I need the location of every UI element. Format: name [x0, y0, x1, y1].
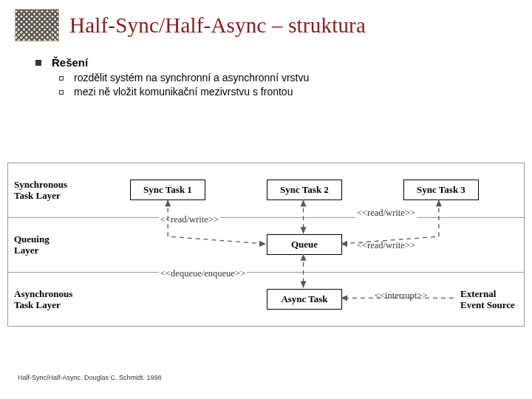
external-label-line1: External — [460, 289, 496, 299]
sync-layer-label: SynchronousTask Layer — [14, 180, 67, 202]
annot-read-write-2: <<read/write>> — [355, 208, 417, 219]
bullet-item: mezi ně vložit komunikační mezivrstvu s … — [74, 86, 293, 98]
bullet-item: rozdělit systém na synchronní a asynchro… — [74, 72, 309, 83]
bullet-level2: mezi ně vložit komunikační mezivrstvu s … — [59, 86, 517, 98]
hollow-square-icon — [59, 76, 64, 81]
slide-body: Řešení rozdělit systém na synchronní a a… — [35, 56, 517, 98]
sync-task-2-box: Sync Task 2 — [267, 180, 342, 200]
logo-icon — [15, 9, 59, 41]
sync-task-1-box: Sync Task 1 — [130, 180, 205, 200]
architecture-diagram: SynchronousTask Layer QueuingLayer Async… — [7, 163, 525, 327]
async-task-box: Async Task — [267, 289, 342, 310]
slide-header: Half-Sync/Half-Async – struktura — [15, 9, 517, 41]
external-label-line2: Event Source — [460, 300, 515, 310]
annot-read-write-1: <<read/write>> — [159, 214, 220, 225]
citation-text: Half-Sync/Half-Async. Douglas C. Schmidt… — [18, 374, 162, 381]
square-bullet-icon — [35, 60, 41, 66]
annot-interrupt: <<interrupt>> — [373, 290, 429, 301]
slide-title: Half-Sync/Half-Async – struktura — [69, 13, 366, 38]
bullet-heading: Řešení — [52, 56, 88, 69]
async-layer-label: AsynchronousTask Layer — [14, 289, 72, 311]
annot-read-write-3: <<read/write>> — [355, 240, 417, 251]
async-layer-row: AsynchronousTask Layer — [8, 273, 524, 327]
queue-layer-label: QueuingLayer — [14, 234, 50, 256]
bullet-level1: Řešení — [35, 56, 517, 69]
bullet-level2: rozdělit systém na synchronní a asynchro… — [59, 72, 517, 83]
queue-box: Queue — [267, 234, 342, 255]
hollow-square-icon — [59, 90, 64, 95]
sync-task-3-box: Sync Task 3 — [403, 180, 479, 200]
queue-layer-row: QueuingLayer — [8, 218, 524, 273]
annot-dequeue-enqueue: <<dequeue/enqueue>> — [159, 268, 247, 279]
